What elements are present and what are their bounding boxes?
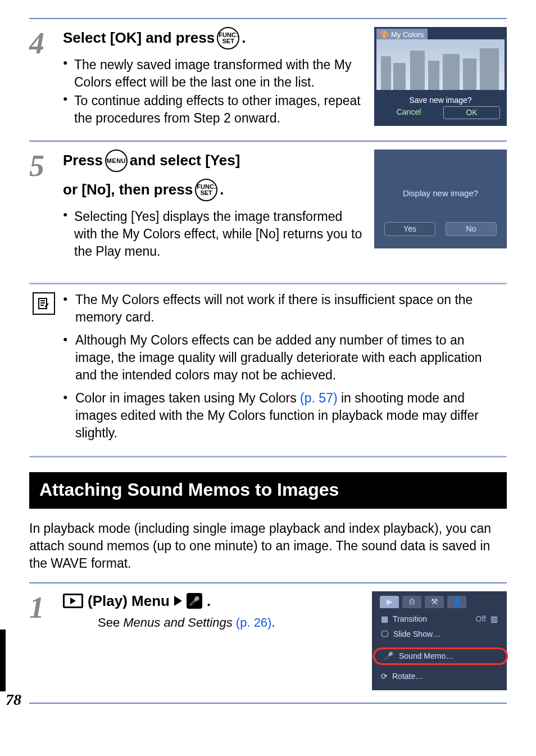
step-5-bullets: Selecting [Yes] displays the image trans… xyxy=(63,208,507,260)
step-5-heading-line2: or [No], then press FUNC. SET . xyxy=(63,179,366,201)
func-set-icon: FUNC. SET xyxy=(217,27,239,49)
info-note: Although My Colors effects can be added … xyxy=(63,332,503,384)
section-heading: Attaching Sound Memos to Images xyxy=(29,472,507,509)
step-4-row: 4 🎨 My Colors xyxy=(29,18,507,141)
step-number: 1 xyxy=(29,591,63,695)
menu-item-transition: ▦ Transition Off ▥ xyxy=(378,612,501,627)
step-number: 4 xyxy=(29,27,63,130)
play-mode-icon xyxy=(63,594,83,608)
memo-glyph-icon xyxy=(37,297,51,310)
bullet-text: To continue adding effects to other imag… xyxy=(63,92,507,127)
step-separator xyxy=(29,703,507,704)
thumbs-icon: ▥ xyxy=(490,614,498,624)
info-note: The My Colors effects will not work if t… xyxy=(63,291,503,326)
rotate-icon: ⟳ xyxy=(381,671,388,682)
bullet-text: The newly saved image transformed with t… xyxy=(63,56,507,91)
step-1-row: 1 ▶ ⎙ ⚒ 👤 ▦ Transition Off ▥ xyxy=(29,582,507,698)
note-icon xyxy=(33,292,55,315)
info-list: The My Colors effects will not work if t… xyxy=(63,290,503,447)
page-ref-link[interactable]: (p. 26) xyxy=(233,615,272,630)
mic-icon: 🎤 xyxy=(384,651,393,662)
page-ref-link[interactable]: (p. 57) xyxy=(300,391,337,405)
menu-item-sound-memo-highlight: 🎤 Sound Memo… xyxy=(373,648,508,665)
bullet-text: Selecting [Yes] displays the image trans… xyxy=(63,208,507,260)
func-set-icon: FUNC. SET xyxy=(195,179,217,201)
screen-prompt: Display new image? xyxy=(374,188,507,199)
tab-person-icon: 👤 xyxy=(447,596,466,608)
info-notes: The My Colors effects will not work if t… xyxy=(29,283,507,457)
step-number: 5 xyxy=(29,150,63,261)
side-tab-marker xyxy=(0,630,6,691)
camera-play-menu-screen: ▶ ⎙ ⚒ 👤 ▦ Transition Off ▥ 🖵 Slide Show… xyxy=(372,591,507,690)
slideshow-icon: 🖵 xyxy=(381,629,389,640)
step-5-heading: Press MENU and select [Yes] xyxy=(63,150,366,172)
section-intro: In playback mode (including single image… xyxy=(29,520,507,572)
transition-icon: ▦ xyxy=(381,614,388,624)
step-4-heading: Select [OK] and press FUNC. SET . xyxy=(63,27,366,49)
menu-item-slideshow: 🖵 Slide Show… xyxy=(378,627,501,642)
sound-memo-icon: 🎤 xyxy=(187,593,202,609)
step-5-row: 5 Display new image? Yes No Press MENU a… xyxy=(29,141,507,271)
info-note: Color in images taken using My Colors (p… xyxy=(63,390,503,442)
menu-item-rotate: ⟳ Rotate… xyxy=(378,669,501,684)
page-number: 78 xyxy=(6,689,21,710)
step-1-heading: (Play) Menu 🎤 . xyxy=(63,591,364,611)
menu-icon: MENU xyxy=(105,150,128,172)
arrow-right-icon xyxy=(174,596,182,606)
tab-tools-icon: ⚒ xyxy=(425,596,444,608)
tab-print-icon: ⎙ xyxy=(402,596,421,608)
tab-play-icon: ▶ xyxy=(380,596,399,608)
palette-icon: 🎨 xyxy=(380,30,389,40)
